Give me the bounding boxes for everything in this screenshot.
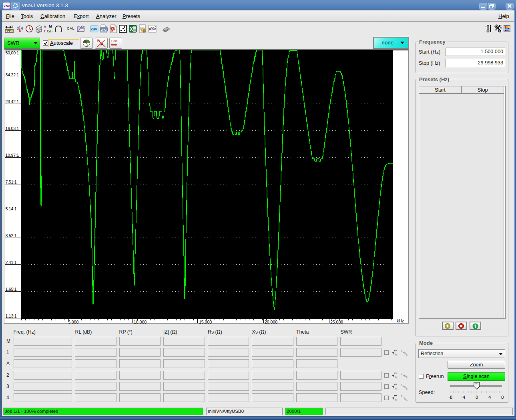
svg-text:E: E [406, 376, 408, 379]
svg-text:M: M [49, 24, 52, 28]
svg-text:E: E [406, 387, 408, 390]
svg-text:T: T [401, 350, 402, 352]
svg-text:M: M [395, 376, 398, 379]
svg-text:JPG: JPG [101, 28, 107, 32]
svg-text:A: A [111, 28, 114, 32]
svg-text:T: T [44, 29, 46, 33]
svg-text:E: E [406, 398, 408, 401]
svg-text:M: M [395, 398, 398, 402]
svg-text:C: C [47, 29, 50, 33]
svg-text:T: T [401, 372, 402, 375]
svg-text:E: E [406, 353, 408, 356]
svg-text:T: T [401, 384, 402, 386]
svg-text:2: 2 [11, 25, 13, 28]
svg-text:A: A [8, 4, 10, 8]
svg-text:X: X [130, 26, 133, 32]
svg-text:A: A [44, 25, 46, 29]
svg-text:T: T [401, 395, 402, 398]
svg-text:csv: csv [91, 27, 97, 31]
svg-text:M: M [395, 387, 398, 390]
svg-text:@: @ [143, 29, 146, 33]
svg-text:M: M [395, 353, 398, 356]
